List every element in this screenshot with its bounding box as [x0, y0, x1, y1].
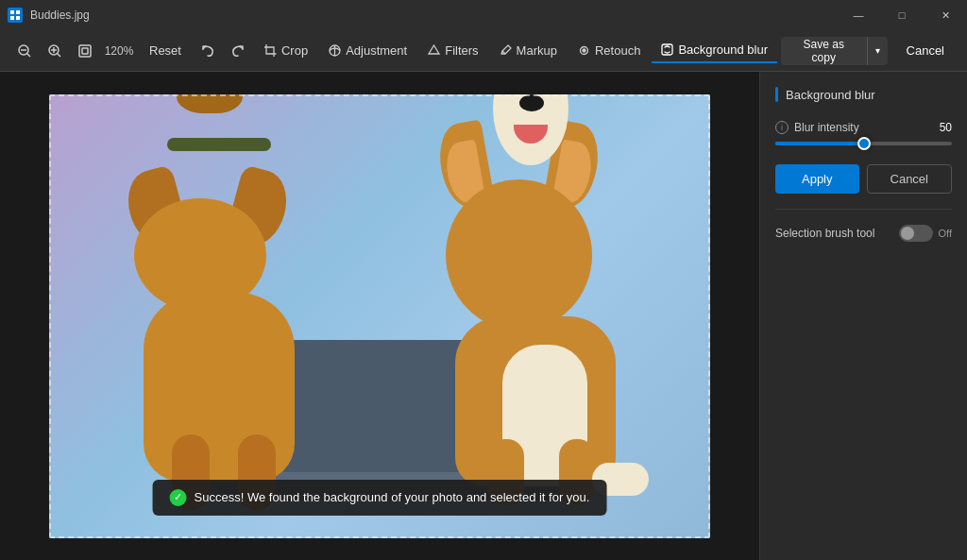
photo-container: ✓ Success! We found the background of yo…: [49, 94, 710, 538]
main-area: ✓ Success! We found the background of yo…: [0, 72, 967, 560]
save-dropdown-button[interactable]: ▾: [867, 37, 888, 65]
title-bar-controls: — □ ✕: [837, 0, 967, 30]
svg-rect-1: [16, 10, 20, 14]
dog-left-collar: [167, 138, 271, 151]
toggle-state-label: Off: [939, 228, 952, 239]
dogs-scene: [49, 94, 710, 538]
toolbar-right: Save as copy ▾ Cancel: [781, 37, 956, 65]
success-toast: ✓ Success! We found the background of yo…: [153, 480, 607, 516]
toolbar-left: 120% Reset: [11, 38, 251, 64]
svg-line-8: [58, 53, 61, 57]
svg-point-16: [583, 49, 585, 52]
blur-value: 50: [940, 121, 952, 134]
canvas-area: ✓ Success! We found the background of yo…: [0, 72, 759, 560]
title-bar-left: Buddies.jpg: [8, 8, 90, 23]
maximize-button[interactable]: □: [880, 0, 924, 30]
zoom-level: 120%: [102, 44, 136, 58]
blur-intensity-row: i Blur intensity 50: [775, 121, 952, 134]
background-blur-tool-button[interactable]: Background blur: [652, 38, 777, 63]
panel-title: Background blur: [775, 87, 952, 102]
crop-tool-button[interactable]: Crop: [255, 39, 317, 62]
dog-right: [427, 146, 653, 486]
blur-intensity-label: Blur intensity: [794, 121, 859, 134]
dog-right-head: [446, 179, 592, 331]
toast-message: Success! We found the background of your…: [195, 490, 590, 504]
svg-marker-14: [429, 45, 439, 54]
selection-brush-label: Selection brush tool: [775, 227, 874, 240]
save-main-button[interactable]: Save as copy: [781, 37, 866, 65]
zoom-out-button[interactable]: [11, 38, 38, 64]
svg-rect-0: [10, 10, 14, 14]
toolbar-center: Crop Adjustment Filters Markup: [255, 38, 777, 63]
toolbar: 120% Reset Crop: [0, 30, 967, 72]
svg-rect-3: [16, 16, 20, 20]
panel-action-buttons: Apply Cancel: [775, 164, 952, 194]
save-as-copy-button[interactable]: Save as copy ▾: [781, 37, 887, 65]
title-bar: Buddies.jpg — □ ✕: [0, 0, 967, 30]
svg-rect-11: [79, 45, 91, 57]
photo-background: [49, 94, 710, 538]
zoom-in-button[interactable]: [42, 38, 68, 64]
filters-tool-button[interactable]: Filters: [418, 39, 487, 62]
blur-slider-container[interactable]: [775, 142, 952, 145]
dog-left-head: [134, 198, 266, 312]
toggle-container: Off: [899, 225, 952, 242]
toggle-thumb: [901, 227, 914, 240]
panel-divider: [775, 209, 952, 210]
reset-button[interactable]: Reset: [140, 39, 191, 62]
markup-tool-button[interactable]: Markup: [490, 39, 567, 62]
cancel-main-button[interactable]: Cancel: [895, 37, 956, 65]
window-title: Buddies.jpg: [30, 8, 90, 22]
apply-button[interactable]: Apply: [775, 164, 859, 194]
retouch-tool-button[interactable]: Retouch: [568, 39, 650, 62]
panel-title-accent: [775, 87, 778, 102]
right-panel: Background blur i Blur intensity 50: [759, 72, 967, 560]
svg-rect-2: [10, 16, 14, 20]
dog-left: [125, 179, 332, 482]
selection-brush-toggle[interactable]: [899, 225, 933, 242]
toast-success-icon: ✓: [170, 489, 187, 506]
dog-right-body: [455, 316, 616, 486]
blur-intensity-section: i Blur intensity 50: [775, 117, 952, 145]
svg-line-5: [27, 53, 31, 57]
panel-cancel-button[interactable]: Cancel: [867, 164, 953, 194]
dog-left-body: [144, 293, 295, 482]
blur-intensity-left: i Blur intensity: [775, 121, 859, 134]
close-button[interactable]: ✕: [924, 0, 967, 30]
selection-brush-row: Selection brush tool Off: [775, 225, 952, 242]
adjustment-tool-button[interactable]: Adjustment: [319, 39, 416, 62]
blur-info-icon: i: [775, 121, 789, 134]
app-icon: [8, 8, 23, 23]
redo-button[interactable]: [225, 38, 251, 64]
svg-rect-12: [82, 48, 88, 54]
undo-button[interactable]: [195, 38, 221, 64]
dog-right-nose: [519, 94, 544, 111]
minimize-button[interactable]: —: [837, 0, 880, 30]
fit-screen-button[interactable]: [72, 38, 98, 64]
dog-left-snout: [177, 94, 243, 113]
